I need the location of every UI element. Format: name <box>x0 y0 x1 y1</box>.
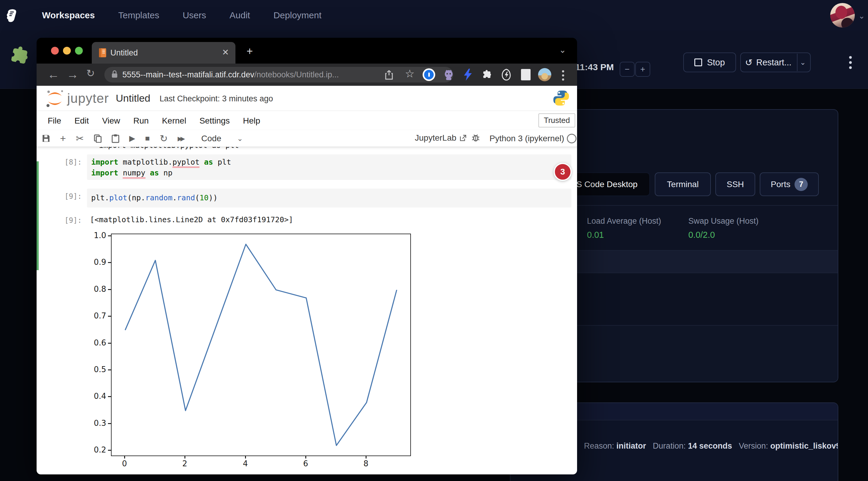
x-tick-label: 6 <box>297 459 315 468</box>
y-tick-label: 0.9 <box>87 258 106 266</box>
ports-count-badge: 7 <box>795 178 808 191</box>
url-text: 5555--main--test--matifali.atif.cdr.dev/… <box>122 70 339 79</box>
nav-item-users[interactable]: Users <box>183 10 206 21</box>
python-logo-icon <box>553 89 570 108</box>
ssh-button[interactable]: SSH <box>715 172 755 196</box>
terminal-button[interactable]: Terminal <box>655 172 711 196</box>
tab-title: Untitled <box>111 48 138 58</box>
checkpoint-status: Last Checkpoint: 3 minutes ago <box>160 94 273 103</box>
nav-item-workspaces[interactable]: Workspaces <box>42 10 95 21</box>
open-jupyterlab-link[interactable]: JupyterLab <box>415 133 467 143</box>
build-reason-value: initiator <box>616 441 646 450</box>
browser-window: Untitled ✕ + ⌄ ← → ↻ 5555--main--test--m… <box>37 38 577 474</box>
browser-tab[interactable]: Untitled ✕ <box>92 42 236 64</box>
nav-item-templates[interactable]: Templates <box>118 10 159 21</box>
menu-file[interactable]: File <box>48 116 61 126</box>
maximize-window-button[interactable] <box>75 47 83 55</box>
close-window-button[interactable] <box>51 47 59 55</box>
x-tick-mark <box>184 455 185 458</box>
reader-mode-icon[interactable] <box>519 67 533 82</box>
y-tick-mark <box>108 450 111 451</box>
cut-cell-icon[interactable]: ✂ <box>76 133 84 144</box>
github-extension-icon[interactable] <box>441 67 456 82</box>
onepassword-extension-icon[interactable] <box>422 67 436 82</box>
y-tick-mark <box>108 423 111 424</box>
save-icon[interactable] <box>42 134 50 142</box>
new-tab-button[interactable]: + <box>247 45 253 58</box>
run-all-icon[interactable]: ▶▶ <box>178 135 183 142</box>
run-cell-icon[interactable]: ▶ <box>129 134 135 143</box>
jupyter-menubar: File Edit View Run Kernel Settings Help … <box>37 111 577 131</box>
stop-button[interactable]: Stop <box>683 53 736 72</box>
browser-toolbar: ← → ↻ 5555--main--test--matifali.atif.cd… <box>37 64 577 86</box>
workspace-menu-button[interactable] <box>846 54 855 71</box>
user-avatar[interactable] <box>830 3 855 28</box>
nav-item-deployment[interactable]: Deployment <box>274 10 321 21</box>
load-average-stat: Load Average (Host) 0.01 <box>587 217 661 240</box>
url-bar[interactable]: 5555--main--test--matifali.atif.cdr.dev/… <box>104 67 453 83</box>
forward-button[interactable]: → <box>64 68 81 81</box>
back-button[interactable]: ← <box>45 68 62 81</box>
swap-usage-label: Swap Usage (Host) <box>688 217 758 226</box>
matplotlib-figure: 0.20.30.40.50.60.70.80.91.002468 <box>37 147 577 474</box>
y-tick-mark <box>108 370 111 370</box>
copy-cell-icon[interactable] <box>94 134 102 143</box>
add-cell-icon[interactable]: + <box>60 133 66 144</box>
cell-type-chevron-icon[interactable]: ⌄ <box>237 134 243 143</box>
browser-tab-strip: Untitled ✕ + ⌄ <box>37 38 577 64</box>
plot-axes <box>111 234 411 456</box>
energy-leaf-extension-icon[interactable] <box>499 67 514 82</box>
paste-cell-icon[interactable] <box>112 134 119 143</box>
browser-menu-button[interactable] <box>559 68 566 83</box>
tab-search-chevron-icon[interactable]: ⌄ <box>559 45 566 55</box>
swap-usage-value: 0.0/2.0 <box>688 230 758 240</box>
y-tick-mark <box>108 262 111 263</box>
workspace-time: 11:43 PM <box>575 62 614 72</box>
avatar-chevron-down-icon[interactable]: ⌄ <box>859 11 865 21</box>
swap-usage-stat: Swap Usage (Host) 0.0/2.0 <box>688 217 758 240</box>
restart-icon: ↺ <box>745 57 752 68</box>
jupyter-brand-text: jupyter <box>67 91 109 106</box>
restart-button[interactable]: ↺ Restart... ⌄ <box>740 53 811 72</box>
interrupt-kernel-icon[interactable]: ■ <box>145 134 150 143</box>
extensions-puzzle-icon[interactable] <box>480 67 494 82</box>
menu-settings[interactable]: Settings <box>199 116 230 126</box>
y-tick-label: 0.2 <box>87 445 106 454</box>
browser-profile-avatar[interactable] <box>537 67 552 82</box>
tab-close-icon[interactable]: ✕ <box>222 47 229 57</box>
reload-button[interactable]: ↻ <box>82 67 99 79</box>
minimize-window-button[interactable] <box>63 47 71 55</box>
external-link-icon <box>460 134 467 141</box>
top-nav-bar: Workspaces Templates Users Audit Deploym… <box>0 0 868 31</box>
zoom-in-button[interactable]: + <box>635 62 650 77</box>
kernel-name[interactable]: Python 3 (ipykernel) <box>490 134 564 143</box>
zoom-out-button[interactable]: − <box>620 62 634 77</box>
menu-view[interactable]: View <box>102 116 120 126</box>
menu-run[interactable]: Run <box>133 116 149 126</box>
bookmark-star-icon[interactable]: ☆ <box>405 67 414 80</box>
debugger-bug-icon[interactable] <box>471 133 480 143</box>
lightning-extension-icon[interactable] <box>461 67 475 82</box>
y-tick-label: 0.3 <box>87 419 106 428</box>
share-icon[interactable] <box>384 70 394 81</box>
x-tick-mark <box>245 455 246 458</box>
jupyter-header: jupyter Untitled Last Checkpoint: 3 minu… <box>37 86 577 111</box>
y-tick-mark <box>108 396 111 397</box>
restart-kernel-icon[interactable]: ↻ <box>160 133 168 144</box>
nav-item-audit[interactable]: Audit <box>229 10 250 21</box>
notebook-body: import matplotlib.pyplot as plt [8]: imp… <box>37 147 577 474</box>
y-tick-label: 0.6 <box>87 338 106 347</box>
menu-help[interactable]: Help <box>243 116 260 126</box>
x-tick-mark <box>124 455 125 458</box>
coder-logo-icon[interactable] <box>5 8 21 25</box>
menu-kernel[interactable]: Kernel <box>162 116 186 126</box>
menu-edit[interactable]: Edit <box>74 116 89 126</box>
y-tick-mark <box>108 235 111 236</box>
restart-options-chevron-icon[interactable]: ⌄ <box>800 58 806 67</box>
ports-button[interactable]: Ports 7 <box>760 172 819 196</box>
trusted-button[interactable]: Trusted <box>538 114 575 127</box>
cell-type-select[interactable]: Code <box>201 134 221 143</box>
y-tick-mark <box>108 343 111 344</box>
notebook-title[interactable]: Untitled <box>116 92 150 104</box>
x-tick-label: 8 <box>357 459 375 468</box>
